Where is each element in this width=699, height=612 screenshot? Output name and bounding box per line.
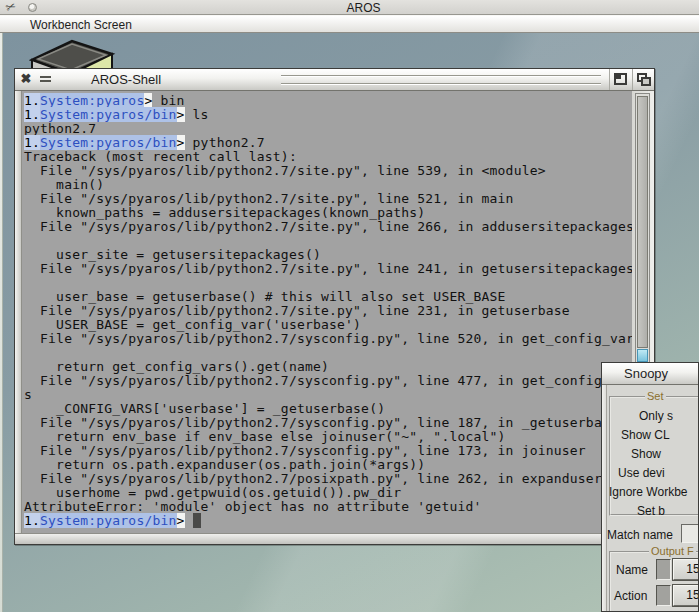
iconify-icon[interactable] — [40, 76, 51, 84]
snoopy-title-bar[interactable]: Snoopy — [602, 363, 698, 385]
snoopy-window: Snoopy Set Only s Show CL Show Use devi … — [601, 362, 699, 612]
titlebar-drag-lines — [281, 75, 601, 84]
close-icon[interactable]: ✖ — [15, 69, 37, 90]
terminal-line: File "/sys/pyaros/lib/python2.7/sysconfi… — [24, 374, 632, 388]
desktop: ✖ AROS-Shell — [0, 33, 699, 612]
name-slider[interactable] — [656, 559, 671, 580]
shell-window: ✖ AROS-Shell — [14, 68, 655, 545]
shell-left-border — [15, 91, 22, 533]
action-value-field[interactable]: 15 — [673, 585, 699, 606]
settings-group-title: Set — [645, 390, 666, 402]
terminal-line: File "/sys/pyaros/lib/python2.7/sysconfi… — [24, 444, 632, 458]
terminal-line: 1.System:pyaros/bin> ls — [24, 108, 632, 122]
terminal-line: return os.path.expanduser(os.path.join(*… — [24, 458, 632, 472]
terminal-segment: 1. — [24, 513, 40, 528]
terminal-segment: 1. — [24, 107, 40, 122]
terminal-segment: bin — [152, 93, 184, 108]
terminal-line: File "/sys/pyaros/lib/python2.7/sysconfi… — [24, 332, 632, 346]
shell-window-title: AROS-Shell — [91, 72, 161, 87]
settings-label-set-b: Set b — [637, 504, 665, 518]
terminal-segment: System:pyaros/bin — [40, 513, 176, 528]
terminal-line: File "/sys/pyaros/lib/python2.7/site.py"… — [24, 220, 632, 234]
terminal-line: return get_config_vars().get(name) — [24, 360, 632, 374]
terminal-line: 1.System:pyaros/bin> python2.7 — [24, 136, 632, 150]
terminal-segment: System:pyaros — [40, 93, 144, 108]
match-name-input[interactable] — [681, 524, 699, 543]
terminal-segment: File "/sys/pyaros/lib/python2.7/site.py"… — [24, 303, 570, 318]
depth-gadget-icon[interactable] — [632, 69, 654, 90]
terminal-line: userhome = pwd.getpwuid(os.getuid()).pw_… — [24, 486, 632, 500]
menubar-title: AROS — [346, 1, 380, 15]
terminal-segment: > — [177, 135, 185, 150]
settings-label-show-cli: Show CL — [621, 428, 670, 442]
snoopy-left-border — [602, 385, 607, 611]
terminal-segment: 1. — [24, 93, 40, 108]
terminal-line: 1.System:pyaros> bin — [24, 94, 632, 108]
output-group-title: Output F — [649, 545, 696, 557]
terminal-segment: ls — [185, 107, 209, 122]
terminal-segment: System:pyaros/bin — [40, 107, 176, 122]
terminal-line: 1.System:pyaros/bin> — [24, 514, 632, 528]
terminal-line: File "/sys/pyaros/lib/python2.7/site.py"… — [24, 262, 632, 276]
terminal-segment: > — [177, 513, 185, 528]
terminal-segment: python2.7 — [24, 121, 96, 136]
match-name-label: Match name — [607, 528, 673, 542]
terminal-segment: File "/sys/pyaros/lib/python2.7/sysconfi… — [24, 443, 586, 458]
terminal-line: return env_base if env_base else joinuse… — [24, 430, 632, 444]
screen-title-bar[interactable]: Workbench Screen — [0, 15, 699, 33]
terminal-segment: main() — [24, 177, 104, 192]
circle-icon[interactable] — [28, 3, 37, 12]
name-value-field[interactable]: 15 — [673, 559, 699, 580]
settings-label-ignore-workbench: Ignore Workbe — [609, 485, 688, 499]
terminal-segment: return os.path.expanduser(os.path.join(*… — [24, 457, 425, 472]
terminal-line: user_base = getuserbase() # this will al… — [24, 290, 632, 304]
terminal-line — [24, 234, 632, 248]
screen-title: Workbench Screen — [30, 18, 132, 32]
terminal-line: File "/sys/pyaros/lib/python2.7/site.py"… — [24, 304, 632, 318]
scrollbar-end-accent[interactable] — [637, 349, 648, 362]
terminal-segment: System:pyaros/bin — [40, 135, 176, 150]
terminal-line: AttributeError: 'module' object has no a… — [24, 500, 632, 514]
terminal-line: File "/sys/pyaros/lib/python2.7/posixpat… — [24, 472, 632, 486]
terminal-segment: user_site = getusersitepackages() — [24, 247, 321, 262]
terminal-line: known_paths = addusersitepackages(known_… — [24, 206, 632, 220]
settings-label-only: Only s — [639, 409, 673, 423]
terminal-line: File "/sys/pyaros/lib/python2.7/sysconfi… — [24, 416, 632, 430]
menu-bar: ✂ AROS — [0, 0, 699, 15]
action-slider[interactable] — [656, 585, 671, 606]
terminal-segment: File "/sys/pyaros/lib/python2.7/sysconfi… — [24, 373, 632, 388]
terminal-segment: return env_base if env_base else joinuse… — [24, 429, 506, 444]
screen-left-border — [0, 33, 3, 612]
terminal-line: _CONFIG_VARS['userbase'] = _getuserbase(… — [24, 402, 632, 416]
terminal-segment: File "/sys/pyaros/lib/python2.7/sysconfi… — [24, 331, 632, 346]
terminal-line: user_site = getusersitepackages() — [24, 248, 632, 262]
terminal-segment: python2.7 — [185, 135, 265, 150]
terminal-line: main() — [24, 178, 632, 192]
terminal-segment: known_paths = addusersitepackages(known_… — [24, 205, 425, 220]
scissors-icon[interactable]: ✂ — [4, 0, 19, 16]
terminal-output[interactable]: 1.System:pyaros> bin1.System:pyaros/bin>… — [22, 91, 632, 533]
terminal-line: File "/sys/pyaros/lib/python2.7/site.py"… — [24, 164, 632, 178]
zoom-gadget-icon[interactable] — [609, 69, 631, 90]
terminal-segment: File "/sys/pyaros/lib/python2.7/site.py"… — [24, 261, 632, 276]
snoopy-window-title: Snoopy — [624, 366, 668, 381]
terminal-segment: userhome = pwd.getpwuid(os.getuid()).pw_… — [24, 485, 401, 500]
terminal-segment: File "/sys/pyaros/lib/python2.7/sysconfi… — [24, 415, 618, 430]
terminal-segment: Traceback (most recent call last): — [24, 149, 297, 164]
output-row-action-label: Action — [614, 589, 647, 603]
terminal-line: File "/sys/pyaros/lib/python2.7/site.py"… — [24, 192, 632, 206]
terminal-segment: 1. — [24, 135, 40, 150]
terminal-segment: return get_config_vars().get(name) — [24, 359, 329, 374]
terminal-line — [24, 276, 632, 290]
shell-title-bar[interactable]: ✖ AROS-Shell — [15, 69, 654, 91]
terminal-line — [24, 346, 632, 360]
scrollbar-thumb[interactable] — [637, 96, 648, 348]
terminal-segment: _CONFIG_VARS['userbase'] = _getuserbase(… — [24, 401, 385, 416]
terminal-segment: > — [177, 107, 185, 122]
terminal-segment: s — [24, 387, 32, 402]
terminal-line: python2.7 — [24, 122, 632, 136]
terminal-line: s — [24, 388, 632, 402]
terminal-segment: USER_BASE = get_config_var('userbase') — [24, 317, 361, 332]
terminal-segment: File "/sys/pyaros/lib/python2.7/site.py"… — [24, 219, 632, 234]
terminal-segment: user_base = getuserbase() # this will al… — [24, 289, 506, 304]
